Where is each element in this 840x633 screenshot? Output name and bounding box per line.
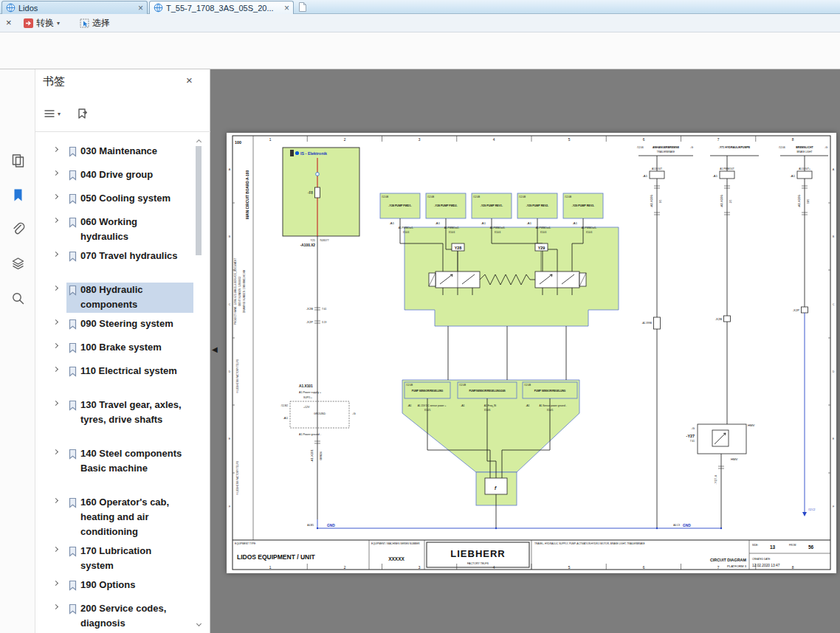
expand-chevron-icon[interactable] <box>53 343 58 348</box>
field-label: FROM <box>789 544 796 547</box>
bookmark-item[interactable]: 170 Lubrication system <box>35 544 195 574</box>
scrollbar-thumb[interactable] <box>196 146 202 255</box>
new-tab-button[interactable] <box>298 1 309 13</box>
bookmark-icon <box>68 366 78 377</box>
panel-close-icon[interactable]: × <box>186 74 193 86</box>
expand-chevron-icon[interactable] <box>53 252 58 257</box>
pdf-page[interactable]: 1 2 3 4 5 6 7 8 1 2 3 4 5 6 7 8 A B C D <box>227 133 836 573</box>
column-subtitle: BRAKE LIGHT <box>796 151 812 153</box>
bookmark-icon <box>68 193 78 204</box>
bookmark-item[interactable]: 050 Cooling system <box>35 191 195 207</box>
expand-chevron-icon[interactable] <box>53 319 58 325</box>
column-subtitle: TRAILERBRAKE <box>657 151 675 153</box>
device-label: HMV <box>748 423 755 427</box>
attachments-panel-button[interactable] <box>10 221 26 238</box>
bookmark-label: 140 Steel components Basic machine <box>80 446 184 476</box>
title-block: EQUIPMENT TYPE: LIDOS EQUIPMENT / UNIT E… <box>233 540 830 570</box>
tab-close-icon[interactable]: × <box>138 4 143 13</box>
bookmark-label: 160 Operator's cab, heating and air cond… <box>80 495 184 539</box>
expand-chevron-icon[interactable] <box>53 604 58 609</box>
bookmark-item[interactable]: 090 Steering system <box>35 316 195 332</box>
block-title: -Y28 PUMP FWD1- <box>388 204 412 207</box>
expand-chevron-icon[interactable] <box>53 170 58 176</box>
pin-label: X10/4 <box>540 231 547 234</box>
field-label: SIDE: <box>752 544 758 547</box>
locate-bookmark-button[interactable] <box>74 105 90 122</box>
panel-collapse-handle[interactable]: ◀ <box>212 345 218 353</box>
expand-chevron-icon[interactable] <box>53 547 58 552</box>
ruler-number: 6 <box>643 566 645 570</box>
bookmark-item[interactable]: 140 Steel components Basic machine <box>35 446 195 477</box>
search-panel-button[interactable] <box>10 291 26 307</box>
select-button[interactable]: 选择 <box>77 16 113 30</box>
bookmark-item[interactable]: 060 Working hydraulics <box>35 215 195 245</box>
bookmark-item[interactable]: 130 Travel gear, axles, tyres, drive sha… <box>35 398 195 428</box>
drawing-index: 100 <box>235 140 241 145</box>
bookmark-label: 080 Hydraulic components <box>80 283 184 312</box>
divider <box>35 131 210 132</box>
bookmark-label: 130 Travel gear, axles, tyres, drive sha… <box>80 398 184 427</box>
tab-document[interactable]: T_55-7_1708_3AS_05S_20... × <box>149 1 294 14</box>
brake-light-column: /12.06 BREMSLICHT BRAKE LIGHT -G A1.DOUT… <box>779 146 828 516</box>
bookmark-options-button[interactable]: ▾ <box>41 105 63 122</box>
bookmark-item[interactable]: 190 Options <box>35 578 195 593</box>
cross-ref: /12.0B <box>565 196 571 198</box>
expand-chevron-icon[interactable] <box>53 581 58 586</box>
ruler-number: 8 <box>792 566 794 570</box>
component-label: -X2B <box>715 317 723 321</box>
expand-chevron-icon[interactable] <box>53 286 58 291</box>
convert-label: 转换 <box>36 17 54 30</box>
bookmark-label: 100 Brake system <box>80 340 184 355</box>
document-viewport[interactable]: ◀ 1 2 3 4 5 6 7 8 1 2 3 4 5 6 7 8 <box>210 69 840 633</box>
bookmark-item[interactable]: 100 Brake system <box>35 340 195 356</box>
expand-chevron-icon[interactable] <box>53 218 58 223</box>
bookmark-icon <box>68 342 78 353</box>
field-label: CREATED DATE: <box>752 558 771 561</box>
bookmarks-panel-button[interactable] <box>10 187 26 204</box>
expand-chevron-icon[interactable] <box>53 498 58 503</box>
bookmark-item[interactable]: 110 Electrical system <box>35 364 195 379</box>
scroll-down-icon[interactable] <box>196 621 202 626</box>
signal-label: A1.Power ground - <box>299 433 322 436</box>
block-title: PUMP/SENSOR/REGELUNG/24S <box>469 390 505 392</box>
bookmark-label: 170 Lubrication system <box>80 544 184 573</box>
ruler-number: 7 <box>717 566 720 570</box>
chevron-down-icon[interactable]: ▾ <box>57 20 60 27</box>
bookmark-item[interactable]: 160 Operator's cab, heating and air cond… <box>35 495 195 540</box>
expand-chevron-icon[interactable] <box>53 449 58 454</box>
bookmark-item[interactable]: 070 Travel hydraulics <box>35 249 195 264</box>
layers-panel-button[interactable] <box>10 256 26 272</box>
signal-label: A1.PWMOut5- <box>582 226 597 229</box>
convert-button[interactable]: 转换 ▾ <box>21 16 63 30</box>
expand-chevron-icon[interactable] <box>53 401 58 406</box>
pin-label: X10/4 <box>586 231 593 234</box>
expand-chevron-icon[interactable] <box>53 194 58 199</box>
expand-chevron-icon[interactable] <box>53 147 58 152</box>
cross-ref: /12.06 <box>637 146 644 149</box>
layers-icon <box>10 256 26 271</box>
bookmark-item[interactable]: 040 Drive group <box>35 167 195 183</box>
ruler-number: 3 <box>419 138 421 142</box>
close-icon[interactable]: × <box>6 17 12 28</box>
tab-lidos[interactable]: Lidos × <box>1 1 148 14</box>
bookmark-item[interactable]: 200 Service codes, diagnosis <box>35 601 195 632</box>
equipment-name: LIDOS EQUIPMENT / UNIT <box>237 553 316 561</box>
pages-panel-button[interactable] <box>10 153 26 169</box>
bookmark-item-selected[interactable]: 080 Hydraulic components <box>35 283 195 313</box>
bookmark-item[interactable]: 030 Maintenance <box>35 144 195 159</box>
ident-number: IDENT NUMBER: 12966673 <box>238 277 241 306</box>
scroll-up-icon[interactable] <box>196 139 202 145</box>
component-label: -X2P <box>793 308 800 312</box>
valve-label: Y29 <box>538 246 545 250</box>
expand-chevron-icon[interactable] <box>53 367 58 372</box>
paperclip-icon <box>10 221 26 237</box>
quick-toolbar: × 转换 ▾ 选择 <box>0 14 840 32</box>
field-label: EQUIPMENT / MACHINES SERIES NUMBER <box>371 542 420 545</box>
series-number: XXXXX <box>388 556 404 561</box>
main-toolbar: (583 / 1459) ▾ <box>0 32 840 69</box>
bookmark-icon <box>68 170 78 181</box>
bookmark-label: 040 Drive group <box>80 167 184 182</box>
device-label: -A1 <box>435 221 440 225</box>
tab-close-icon[interactable]: × <box>284 4 289 13</box>
signal-label: A1.Freq_IN <box>484 404 497 407</box>
